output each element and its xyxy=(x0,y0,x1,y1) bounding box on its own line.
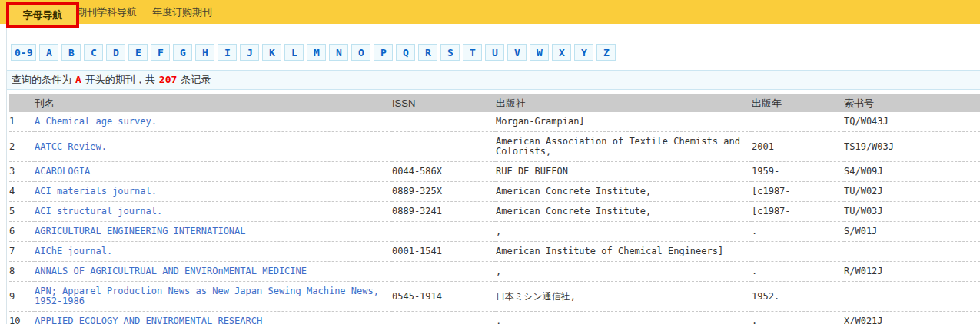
table-row: 3ACAROLOGIA0044-586XRUE DE BUFFON1959-S4… xyxy=(9,162,980,182)
journal-title-link[interactable]: ACI structural journal. xyxy=(35,206,162,217)
col-header-callno: 索书号 xyxy=(844,94,980,112)
tab-subject-nav[interactable]: 期刊学科导航 xyxy=(77,0,137,24)
table-row: 10APPLIED ECOLOGY AND ENVIROMENTAL RESEA… xyxy=(9,312,980,324)
publisher-value: RUE DE BUFFON xyxy=(496,162,752,182)
col-header-publisher: 出版社 xyxy=(496,94,752,112)
col-header-title: 刊名 xyxy=(35,94,392,112)
year-value: 2001 xyxy=(752,132,844,162)
row-number: 2 xyxy=(9,132,35,162)
call-number-value: X/W021J xyxy=(844,312,980,324)
tab-alphabet-nav[interactable]: 字母导航 xyxy=(6,2,79,28)
alpha-button-D[interactable]: D xyxy=(106,44,125,61)
call-number-value: S/W01J xyxy=(844,222,980,242)
query-letter: A xyxy=(75,74,81,85)
col-header-index xyxy=(9,94,35,112)
alpha-button-Q[interactable]: Q xyxy=(396,44,415,61)
journal-title-link[interactable]: AIChE journal. xyxy=(35,246,112,256)
year-value: . xyxy=(752,312,844,324)
issn-value: 0545-1914 xyxy=(392,282,496,312)
alpha-button-U[interactable]: U xyxy=(485,44,504,61)
query-prefix: 查询的条件为 xyxy=(12,74,71,85)
journal-title-cell: A Chemical age survey. xyxy=(35,112,392,132)
alpha-button-V[interactable]: V xyxy=(507,44,527,61)
alpha-button-M[interactable]: M xyxy=(307,44,326,61)
alpha-button-G[interactable]: G xyxy=(173,44,192,61)
row-number: 3 xyxy=(9,162,35,182)
publisher-value: American Concrete Institute, xyxy=(496,182,752,202)
table-row: 5ACI structural journal.0889-3241America… xyxy=(9,202,980,222)
publisher-value: 日本ミシン通信社, xyxy=(496,282,752,312)
alpha-button-O[interactable]: O xyxy=(351,44,370,61)
row-number: 7 xyxy=(9,242,35,262)
alpha-button-R[interactable]: R xyxy=(418,44,437,61)
tab-annual-subscription[interactable]: 年度订购期刊 xyxy=(152,0,212,24)
alpha-button-K[interactable]: K xyxy=(262,44,281,61)
journal-title-cell: ACI materials journal. xyxy=(35,182,392,202)
alpha-button-I[interactable]: I xyxy=(218,44,237,61)
journal-title-cell: APN; Apparel Production News as New Japa… xyxy=(35,282,392,312)
journal-title-cell: ACI structural journal. xyxy=(35,202,392,222)
journal-title-link[interactable]: APN; Apparel Production News as New Japa… xyxy=(35,286,379,306)
issn-value: 0044-586X xyxy=(392,162,496,182)
call-number-value: R/W012J xyxy=(844,262,980,282)
journal-title-cell: ANNALS OF AGRICULTRUAL AND ENVIROnMENTAL… xyxy=(35,262,392,282)
row-number: 8 xyxy=(9,262,35,282)
journal-title-link[interactable]: A Chemical age survey. xyxy=(35,116,157,127)
year-value xyxy=(752,112,844,132)
alpha-button-S[interactable]: S xyxy=(440,44,460,61)
alpha-button-A[interactable]: A xyxy=(39,44,58,61)
publisher-value: American Concrete Institute, xyxy=(496,202,752,222)
alpha-button-E[interactable]: E xyxy=(128,44,148,61)
journal-title-link[interactable]: AGRICULTURAL ENGINEERING INTERNATIONAL xyxy=(35,226,246,236)
call-number-value xyxy=(844,282,980,312)
alpha-button-C[interactable]: C xyxy=(84,44,103,61)
row-number: 9 xyxy=(9,282,35,312)
row-number: 4 xyxy=(9,182,35,202)
alpha-button-X[interactable]: X xyxy=(552,44,571,61)
alpha-button-T[interactable]: T xyxy=(463,44,482,61)
journal-title-link[interactable]: ACI materials journal. xyxy=(35,186,157,197)
journal-title-link[interactable]: ACAROLOGIA xyxy=(35,166,90,177)
issn-value xyxy=(392,112,496,132)
journal-title-cell: AATCC Review. xyxy=(35,132,392,162)
alpha-button-J[interactable]: J xyxy=(240,44,259,61)
issn-value: 0889-325X xyxy=(392,182,496,202)
alpha-button-Z[interactable]: Z xyxy=(596,44,616,61)
alpha-button-L[interactable]: L xyxy=(284,44,304,61)
alpha-button-B[interactable]: B xyxy=(61,44,81,61)
year-value xyxy=(752,242,844,262)
row-number: 1 xyxy=(9,112,35,132)
call-number-value xyxy=(844,242,980,262)
issn-value: 0001-1541 xyxy=(392,242,496,262)
alpha-button-F[interactable]: F xyxy=(151,44,170,61)
journal-title-cell: APPLIED ECOLOGY AND ENVIROMENTAL RESEARC… xyxy=(35,312,392,324)
journal-title-link[interactable]: APPLIED ECOLOGY AND ENVIROMENTAL RESEARC… xyxy=(35,316,262,324)
table-header-row: 刊名 ISSN 出版社 出版年 索书号 xyxy=(9,94,980,112)
alpha-button-P[interactable]: P xyxy=(374,44,393,61)
alpha-button-0-9[interactable]: 0-9 xyxy=(11,44,36,61)
alpha-button-W[interactable]: W xyxy=(530,44,549,61)
query-count: 207 xyxy=(159,74,177,85)
call-number-value: S4/W09J xyxy=(844,162,980,182)
journal-title-link[interactable]: AATCC Review. xyxy=(35,141,107,152)
top-nav-bar: 字母导航 期刊学科导航 年度订购期刊 xyxy=(0,0,980,24)
issn-value: 0889-3241 xyxy=(392,202,496,222)
row-number: 5 xyxy=(9,202,35,222)
journal-title-cell: ACAROLOGIA xyxy=(35,162,392,182)
alpha-button-Y[interactable]: Y xyxy=(574,44,593,61)
table-row: 9APN; Apparel Production News as New Jap… xyxy=(9,282,980,312)
alpha-button-H[interactable]: H xyxy=(195,44,214,61)
row-number: 10 xyxy=(9,312,35,324)
publisher-value: Morgan-Grampian] xyxy=(496,112,752,132)
year-value: [c1987- xyxy=(752,202,844,222)
alpha-button-N[interactable]: N xyxy=(329,44,348,61)
year-value: . xyxy=(752,222,844,242)
journal-title-link[interactable]: ANNALS OF AGRICULTRUAL AND ENVIROnMENTAL… xyxy=(35,266,307,276)
publisher-value: , xyxy=(496,222,752,242)
issn-value xyxy=(392,312,496,324)
col-header-issn: ISSN xyxy=(392,94,496,112)
publisher-value: , xyxy=(496,262,752,282)
publisher-value: American Association of Textile Chemists… xyxy=(496,132,752,162)
issn-value xyxy=(392,132,496,162)
journal-table: 刊名 ISSN 出版社 出版年 索书号 1A Chemical age surv… xyxy=(9,94,980,324)
